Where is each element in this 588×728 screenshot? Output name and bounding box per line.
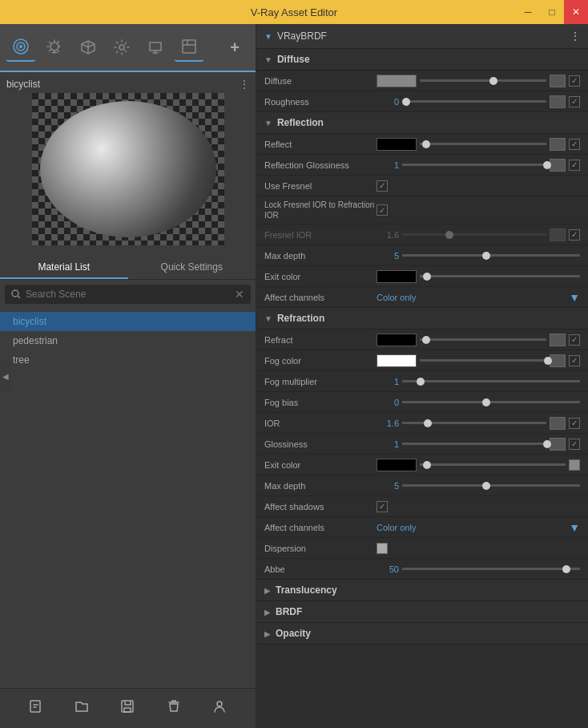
tab-material-list[interactable]: Material List: [0, 257, 128, 279]
delete-button[interactable]: [166, 698, 182, 718]
reflection-section-header[interactable]: ▼ Reflection: [256, 112, 588, 134]
refr-gloss-slider[interactable]: [402, 443, 546, 445]
refr-gloss-checkbox[interactable]: [569, 439, 580, 450]
refl-max-depth-value[interactable]: 5: [377, 251, 399, 261]
open-button[interactable]: [74, 698, 90, 718]
use-fresnel-checkbox[interactable]: [377, 180, 388, 192]
translucency-section-header[interactable]: ▶ Translucency: [256, 580, 588, 601]
refract-slider-dot[interactable]: [422, 336, 430, 344]
left-nav-arrow[interactable]: ◀: [0, 360, 11, 392]
refr-affect-channels-dropdown[interactable]: ▼: [569, 521, 580, 534]
fog-bias-slider[interactable]: [402, 401, 580, 403]
fog-color-texture-button[interactable]: [550, 354, 566, 367]
ior-texture-button[interactable]: [550, 417, 566, 430]
refract-texture-button[interactable]: [550, 334, 566, 346]
refract-checkbox[interactable]: [569, 334, 580, 346]
fresnel-ior-value[interactable]: 1.6: [377, 230, 399, 240]
toolbar-icon-render[interactable]: [141, 33, 170, 62]
toolbar-icon-material[interactable]: [175, 33, 203, 62]
reflect-checkbox[interactable]: [569, 139, 580, 150]
roughness-slider[interactable]: [402, 100, 546, 103]
list-item[interactable]: pedestrian: [0, 331, 256, 350]
tab-quick-settings[interactable]: Quick Settings: [128, 257, 256, 279]
fog-bias-dot[interactable]: [482, 398, 490, 406]
refl-gloss-checkbox[interactable]: [569, 160, 580, 171]
refr-gloss-value[interactable]: 1: [377, 439, 399, 449]
refr-exit-slider[interactable]: [420, 463, 566, 466]
fresnel-ior-slider-dot[interactable]: [445, 231, 453, 239]
reflect-color-swatch[interactable]: [377, 138, 417, 151]
toolbar-icon-light[interactable]: [40, 33, 69, 62]
reflect-slider-dot[interactable]: [422, 140, 430, 148]
refl-exit-color-swatch[interactable]: [377, 270, 417, 283]
refl-affect-channels-dropdown[interactable]: ▼: [569, 291, 580, 304]
refr-gloss-dot[interactable]: [543, 440, 551, 448]
save-button[interactable]: [119, 698, 135, 718]
fog-color-swatch[interactable]: [377, 354, 417, 367]
brdf-menu-button[interactable]: ⋮: [570, 30, 580, 42]
affect-shadows-checkbox[interactable]: [377, 501, 388, 512]
fog-multiplier-slider[interactable]: [402, 380, 580, 382]
fresnel-ior-texture-button[interactable]: [550, 229, 566, 241]
fog-color-slider-dot[interactable]: [544, 357, 552, 365]
refl-exit-slider-dot[interactable]: [423, 273, 431, 281]
brdf-section-header[interactable]: ▶ BRDF: [256, 601, 588, 623]
refract-color-swatch[interactable]: [377, 334, 417, 346]
refr-exit-checkbox[interactable]: [569, 459, 580, 471]
fresnel-ior-slider[interactable]: [402, 233, 546, 236]
abbe-dot[interactable]: [562, 565, 570, 573]
fog-multiplier-value[interactable]: 1: [377, 377, 399, 386]
refr-exit-color-swatch[interactable]: [377, 459, 417, 471]
ior-checkbox[interactable]: [569, 418, 580, 429]
diffuse-slider[interactable]: [420, 79, 546, 82]
brdf-collapse-icon[interactable]: ▼: [264, 32, 272, 41]
diffuse-texture-button[interactable]: [550, 75, 566, 87]
refl-exit-slider[interactable]: [420, 275, 580, 277]
diffuse-slider-dot[interactable]: [489, 77, 497, 85]
roughness-value[interactable]: 0: [377, 97, 399, 107]
fog-bias-value[interactable]: 0: [377, 398, 399, 407]
refr-exit-dot[interactable]: [423, 461, 431, 469]
ior-value[interactable]: 1.6: [377, 419, 399, 428]
list-item[interactable]: tree: [0, 350, 256, 370]
refl-gloss-slider-dot[interactable]: [543, 161, 551, 169]
dispersion-checkbox[interactable]: [377, 543, 388, 554]
refr-max-depth-slider[interactable]: [402, 484, 580, 487]
roughness-checkbox[interactable]: [569, 96, 580, 107]
diffuse-section-header[interactable]: ▼ Diffuse: [256, 49, 588, 71]
refl-gloss-value[interactable]: 1: [377, 160, 399, 170]
ior-slider[interactable]: [402, 422, 546, 424]
toolbar-icon-target[interactable]: [6, 33, 35, 62]
abbe-value[interactable]: 50: [377, 564, 399, 574]
fog-color-checkbox[interactable]: [569, 355, 580, 366]
opacity-section-header[interactable]: ▶ Opacity: [256, 623, 588, 645]
add-asset-button[interactable]: +: [220, 33, 249, 62]
list-item[interactable]: bicyclist: [0, 312, 256, 331]
minimize-button[interactable]: ─: [516, 0, 540, 24]
refl-gloss-slider[interactable]: [402, 164, 546, 166]
lock-fresnel-checkbox[interactable]: [377, 204, 388, 216]
fresnel-ior-checkbox[interactable]: [569, 229, 580, 241]
ior-slider-dot[interactable]: [424, 419, 432, 427]
refract-slider[interactable]: [420, 338, 546, 341]
search-input[interactable]: [26, 289, 235, 300]
search-clear-button[interactable]: ✕: [235, 288, 244, 301]
reflect-slider[interactable]: [420, 143, 546, 145]
diffuse-checkbox[interactable]: [569, 75, 580, 87]
refraction-section-header[interactable]: ▼ Refraction: [256, 308, 588, 330]
roughness-slider-dot[interactable]: [402, 98, 410, 106]
preview-menu-button[interactable]: ⋮: [240, 79, 249, 90]
refr-max-depth-dot[interactable]: [482, 482, 490, 490]
refl-max-depth-slider[interactable]: [402, 254, 580, 257]
fog-color-slider[interactable]: [420, 359, 546, 362]
close-button[interactable]: ✕: [564, 0, 588, 24]
roughness-texture-button[interactable]: [550, 95, 566, 108]
abbe-slider[interactable]: [402, 568, 580, 570]
toolbar-icon-settings[interactable]: [107, 33, 136, 62]
maximize-button[interactable]: □: [540, 0, 564, 24]
refl-max-depth-dot[interactable]: [482, 252, 490, 260]
refr-max-depth-value[interactable]: 5: [377, 481, 399, 491]
new-material-button[interactable]: [28, 698, 44, 718]
diffuse-color-swatch[interactable]: [377, 75, 417, 87]
fog-multiplier-dot[interactable]: [417, 378, 425, 386]
